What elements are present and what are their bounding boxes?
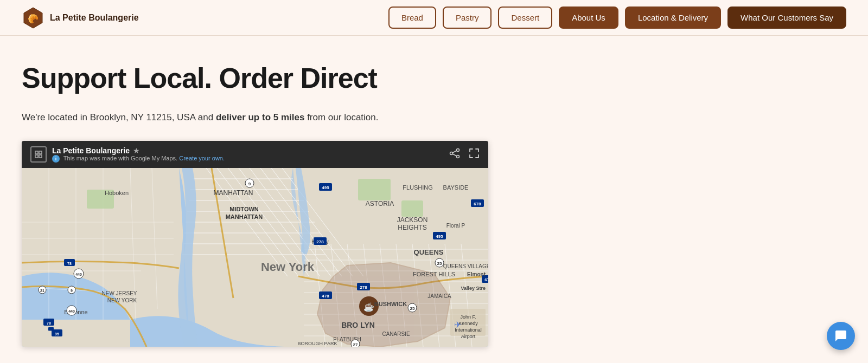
svg-rect-4 (35, 155, 38, 158)
svg-line-9 (452, 151, 457, 153)
svg-text:9: 9 (71, 289, 73, 293)
brand-link[interactable]: 🥐 La Petite Boulangerie (22, 7, 139, 29)
map-header: La Petite Boulangerie ★ i This map was m… (22, 141, 488, 168)
nav-links: Bread Pastry Dessert About Us Location &… (388, 7, 846, 29)
svg-text:25: 25 (410, 306, 415, 311)
svg-text:21: 21 (40, 289, 44, 293)
nav-about[interactable]: About Us (559, 7, 618, 29)
subtext-pre: We're located in Brooklyn, NY 11215, USA… (22, 112, 216, 122)
svg-point-7 (450, 152, 453, 154)
svg-text:Kennedy: Kennedy (458, 321, 478, 326)
svg-text:MANHATTAN: MANHATTAN (214, 189, 253, 197)
map-title: La Petite Boulangerie (52, 146, 130, 155)
svg-text:✈: ✈ (454, 320, 461, 329)
svg-text:BOROUGH PARK: BOROUGH PARK (298, 341, 337, 346)
map-subtitle-text: This map was made with Google My Maps. (63, 155, 177, 161)
svg-text:John F.: John F. (460, 314, 476, 320)
brand-name: La Petite Boulangerie (50, 13, 139, 23)
svg-text:New York: New York (261, 260, 315, 274)
svg-text:678: 678 (474, 202, 481, 206)
svg-text:CANARSIE: CANARSIE (382, 331, 410, 337)
svg-text:QUEENS: QUEENS (414, 248, 444, 256)
svg-rect-3 (39, 151, 42, 154)
svg-text:95: 95 (55, 332, 59, 336)
svg-text:BUSHWICK: BUSHWICK (374, 301, 407, 307)
svg-text:NEW JERSEY: NEW JERSEY (101, 290, 137, 296)
svg-text:478: 478 (322, 294, 329, 299)
svg-text:27: 27 (353, 342, 358, 347)
location-description: We're located in Brooklyn, NY 11215, USA… (22, 110, 629, 125)
nav-customers[interactable]: What Our Customers Say (727, 7, 846, 29)
map-subtitle: i This map was made with Google My Maps.… (52, 155, 225, 163)
svg-text:FOREST HILLS: FOREST HILLS (413, 271, 455, 277)
map-fullscreen-icon[interactable] (469, 148, 480, 161)
svg-point-6 (457, 148, 459, 151)
svg-text:278: 278 (360, 285, 367, 290)
subtext-post: from our location. (304, 112, 378, 122)
svg-text:9: 9 (248, 182, 251, 186)
svg-text:678: 678 (484, 277, 488, 282)
svg-line-10 (452, 154, 457, 156)
chat-button[interactable] (827, 322, 855, 350)
svg-text:FLUSHING: FLUSHING (403, 184, 433, 191)
svg-text:Floral P: Floral P (446, 223, 465, 229)
svg-text:440: 440 (75, 273, 82, 276)
svg-rect-2 (35, 151, 38, 154)
map-header-right (449, 148, 480, 161)
brand-logo-icon: 🥐 (22, 7, 44, 29)
svg-text:278: 278 (316, 239, 324, 244)
nav-location[interactable]: Location & Delivery (625, 7, 721, 29)
chat-icon (834, 329, 847, 342)
map-container: La Petite Boulangerie ★ i This map was m… (22, 141, 488, 347)
svg-text:78: 78 (67, 262, 72, 265)
map-svg: ☕ MIDTOWN MANHATTAN MANHATTAN ASTORIA FL… (22, 168, 488, 347)
subtext-bold: deliver up to 5 miles (216, 112, 304, 122)
nav-dessert[interactable]: Dessert (498, 7, 552, 29)
map-expand-icon[interactable] (30, 146, 47, 163)
main-content: Support Local. Order Direct We're locate… (0, 36, 651, 358)
map-create-link[interactable]: Create your own. (179, 155, 225, 161)
svg-text:QUEENS VILLAGE: QUEENS VILLAGE (443, 263, 488, 269)
svg-text:Elmont: Elmont (467, 271, 486, 277)
navbar: 🥐 La Petite Boulangerie Bread Pastry Des… (0, 0, 868, 36)
map-title-row: La Petite Boulangerie ★ (52, 146, 225, 155)
svg-text:MIDTOWN: MIDTOWN (229, 206, 259, 212)
nav-bread[interactable]: Bread (388, 7, 436, 29)
map-star-icon: ★ (133, 146, 140, 155)
svg-text:JAMAICA: JAMAICA (427, 293, 451, 299)
svg-text:HEIGHTS: HEIGHTS (398, 224, 426, 231)
svg-text:BAYSIDE: BAYSIDE (443, 184, 469, 191)
svg-rect-58 (358, 179, 391, 200)
svg-text:440: 440 (68, 309, 75, 313)
svg-text:☕: ☕ (363, 302, 374, 312)
svg-point-8 (457, 155, 459, 158)
svg-text:JACKSON: JACKSON (397, 216, 428, 224)
svg-rect-59 (401, 200, 423, 217)
svg-text:78: 78 (47, 321, 51, 325)
map-title-area: La Petite Boulangerie ★ i This map was m… (52, 146, 225, 163)
map-header-left: La Petite Boulangerie ★ i This map was m… (30, 146, 225, 163)
nav-pastry[interactable]: Pastry (443, 7, 492, 29)
map-share-icon[interactable] (449, 148, 460, 161)
svg-text:495: 495 (436, 234, 443, 239)
svg-text:🥐: 🥐 (28, 14, 39, 24)
map-svg-area[interactable]: ☕ MIDTOWN MANHATTAN MANHATTAN ASTORIA FL… (22, 168, 488, 347)
info-icon: i (52, 155, 60, 163)
svg-text:NEW YORK: NEW YORK (107, 297, 137, 303)
svg-text:Airport: Airport (461, 334, 476, 339)
svg-text:MANHATTAN: MANHATTAN (226, 213, 263, 220)
svg-rect-5 (39, 155, 42, 158)
svg-text:25: 25 (437, 261, 442, 266)
page-headline: Support Local. Order Direct (22, 63, 629, 94)
svg-text:ASTORIA: ASTORIA (366, 200, 394, 208)
svg-text:495: 495 (322, 185, 329, 190)
svg-text:Hoboken: Hoboken (105, 190, 129, 196)
svg-text:Valley Stre: Valley Stre (461, 286, 486, 291)
svg-text:BRO   LYN: BRO LYN (341, 321, 375, 329)
